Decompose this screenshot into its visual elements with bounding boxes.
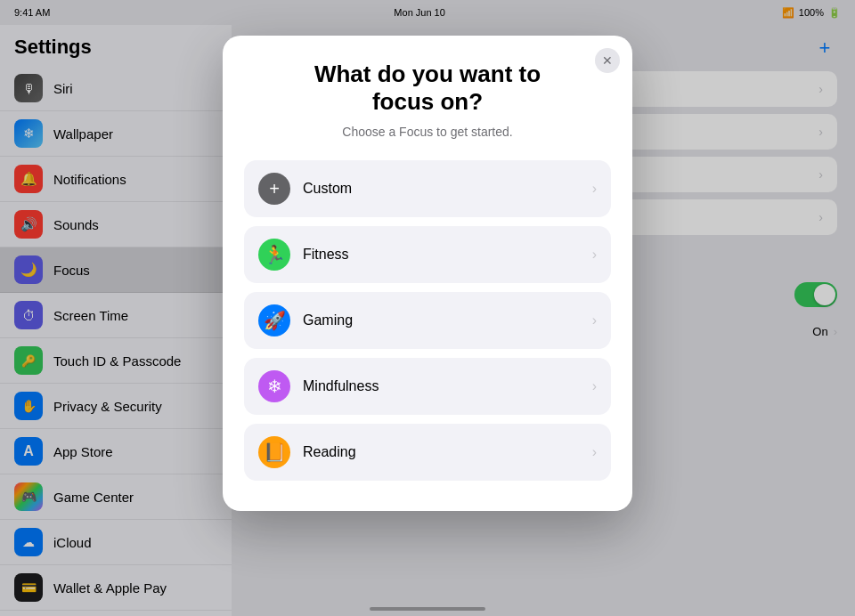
home-indicator — [370, 607, 485, 611]
fitness-focus-label: Fitness — [303, 247, 592, 263]
custom-focus-chevron: › — [592, 181, 597, 197]
fitness-focus-icon: 🏃 — [258, 239, 290, 271]
custom-focus-icon: + — [258, 173, 290, 205]
gaming-focus-chevron: › — [592, 312, 597, 328]
reading-focus-chevron: › — [592, 444, 597, 460]
modal-close-button[interactable]: ✕ — [595, 48, 620, 73]
mindfulness-focus-chevron: › — [592, 378, 597, 394]
gaming-focus-icon: 🚀 — [258, 304, 290, 336]
gaming-focus-label: Gaming — [303, 312, 592, 328]
focus-modal: ✕ What do you want tofocus on? Choose a … — [223, 36, 632, 511]
focus-option-custom[interactable]: + Custom › — [244, 160, 611, 217]
modal-overlay: ✕ What do you want tofocus on? Choose a … — [0, 0, 855, 616]
fitness-focus-chevron: › — [592, 247, 597, 263]
focus-option-gaming[interactable]: 🚀 Gaming › — [244, 292, 611, 349]
custom-focus-label: Custom — [303, 181, 592, 197]
modal-title: What do you want tofocus on? — [244, 61, 611, 116]
reading-focus-icon: 📙 — [258, 436, 290, 468]
focus-option-reading[interactable]: 📙 Reading › — [244, 424, 611, 481]
focus-option-mindfulness[interactable]: ❄ Mindfulness › — [244, 358, 611, 415]
reading-focus-label: Reading — [303, 444, 592, 460]
focus-option-fitness[interactable]: 🏃 Fitness › — [244, 226, 611, 283]
modal-subtitle: Choose a Focus to get started. — [244, 125, 611, 139]
mindfulness-focus-icon: ❄ — [258, 370, 290, 402]
mindfulness-focus-label: Mindfulness — [303, 378, 592, 394]
